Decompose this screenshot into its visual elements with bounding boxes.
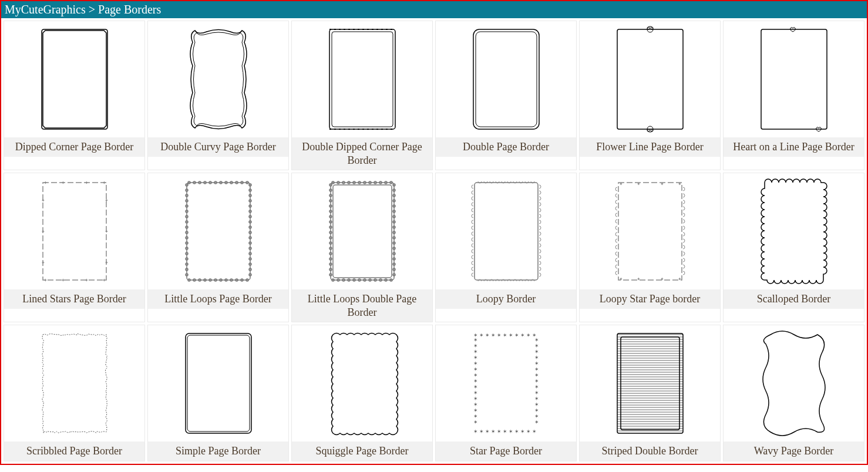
border-label: Flower Line Page Border xyxy=(580,137,720,157)
svg-text:✶: ✶ xyxy=(534,366,539,372)
svg-text:✦: ✦ xyxy=(618,277,623,282)
svg-rect-27 xyxy=(187,183,250,280)
border-thumbnail: ✶✶✶✶✶✶✶✶✶✶✶✶✶✶✶✶✶✶✶✶✶✶✶✶✶✶✶✶✶✶✶✶✶✶✶✶✶✶✶✶… xyxy=(436,325,576,441)
svg-text:✶: ✶ xyxy=(534,413,539,419)
svg-text:✦: ✦ xyxy=(104,229,108,234)
svg-text:✶: ✶ xyxy=(534,407,539,413)
svg-text:✶: ✶ xyxy=(479,332,484,338)
svg-text:✶: ✶ xyxy=(534,402,539,407)
border-label: Star Page Border xyxy=(436,441,576,461)
border-thumbnail: ✦✦✦✦✦✦✦✦ xyxy=(580,173,720,289)
border-thumbnail xyxy=(292,21,432,137)
border-card[interactable]: Scalloped Border xyxy=(723,173,864,322)
border-card[interactable]: Little Loops Double Page Border xyxy=(291,173,433,322)
breadcrumb-home[interactable]: MyCuteGraphics xyxy=(5,3,86,16)
border-label: Double Page Border xyxy=(436,137,576,157)
border-label: Striped Double Border xyxy=(580,441,720,461)
svg-text:✶: ✶ xyxy=(491,332,496,338)
svg-text:✶: ✶ xyxy=(503,332,507,338)
svg-text:✶: ✶ xyxy=(485,429,490,434)
border-thumbnail xyxy=(436,21,576,137)
border-thumbnail xyxy=(724,173,864,289)
svg-text:✶: ✶ xyxy=(532,429,537,434)
svg-rect-31 xyxy=(618,183,682,280)
border-card[interactable]: Double Dipped Corner Page Border xyxy=(291,21,433,170)
svg-rect-94 xyxy=(617,333,683,433)
border-thumbnail xyxy=(148,173,288,289)
svg-text:✦: ✦ xyxy=(41,260,45,265)
svg-text:✶: ✶ xyxy=(473,413,478,419)
svg-text:✶: ✶ xyxy=(534,372,539,378)
svg-text:✶: ✶ xyxy=(473,366,478,372)
svg-rect-1 xyxy=(332,32,393,127)
svg-text:✶: ✶ xyxy=(534,419,539,425)
border-card[interactable]: Dipped Corner Page Border xyxy=(4,21,145,170)
svg-text:✦: ✦ xyxy=(102,180,106,186)
svg-text:✶: ✶ xyxy=(473,419,478,425)
svg-text:✶: ✶ xyxy=(534,360,539,366)
border-card[interactable]: Striped Double Border xyxy=(579,325,721,461)
svg-text:✶: ✶ xyxy=(526,332,531,338)
svg-rect-40 xyxy=(186,333,251,433)
border-thumbnail xyxy=(148,21,288,137)
svg-rect-29 xyxy=(333,185,392,278)
borders-grid: Dipped Corner Page BorderDouble Curvy Pa… xyxy=(1,18,867,464)
svg-rect-3 xyxy=(476,32,537,127)
border-card[interactable]: Flower Line Page Border xyxy=(579,21,721,170)
svg-text:✦: ✦ xyxy=(104,198,108,203)
svg-text:✶: ✶ xyxy=(473,396,478,402)
border-card[interactable]: Double Curvy Page Border xyxy=(147,21,289,170)
border-label: Simple Page Border xyxy=(148,441,288,461)
border-card[interactable]: ✶✶✶✶✶✶✶✶✶✶✶✶✶✶✶✶✶✶✶✶✶✶✶✶✶✶✶✶✶✶✶✶✶✶✶✶✶✶✶✶… xyxy=(435,325,577,461)
border-card[interactable]: ✦✦✦✦✦✦✦✦✦✦✦✦✦✦Lined Stars Page Border xyxy=(4,173,145,322)
svg-text:✦: ✦ xyxy=(660,277,664,282)
svg-text:✶: ✶ xyxy=(473,337,478,343)
border-card[interactable]: Double Page Border xyxy=(435,21,577,170)
border-card[interactable]: Wavy Page Border xyxy=(723,325,864,461)
svg-text:✦: ✦ xyxy=(677,181,681,187)
breadcrumb: MyCuteGraphics > Page Borders xyxy=(1,1,867,18)
border-thumbnail xyxy=(724,21,864,137)
svg-text:✦: ✦ xyxy=(43,278,47,283)
border-card[interactable]: Scribbled Page Border xyxy=(4,325,145,461)
border-card[interactable]: Squiggle Page Border xyxy=(291,325,433,461)
border-card[interactable]: Loopy Border xyxy=(435,173,577,322)
svg-rect-28 xyxy=(331,183,394,280)
svg-text:✶: ✶ xyxy=(520,332,525,338)
svg-text:✶: ✶ xyxy=(473,355,478,360)
svg-rect-2 xyxy=(473,29,539,129)
breadcrumb-current: Page Borders xyxy=(98,3,161,16)
border-thumbnail xyxy=(292,173,432,289)
svg-text:✶: ✶ xyxy=(497,429,502,434)
svg-text:✶: ✶ xyxy=(534,378,539,384)
svg-text:✶: ✶ xyxy=(534,396,539,402)
border-thumbnail xyxy=(436,173,576,289)
svg-rect-11 xyxy=(761,29,827,129)
svg-text:✦: ✦ xyxy=(60,278,65,283)
border-card[interactable]: Heart on a Line Page Border xyxy=(723,21,864,170)
svg-text:✶: ✶ xyxy=(479,429,484,434)
border-label: Heart on a Line Page Border xyxy=(724,137,864,157)
svg-text:✶: ✶ xyxy=(473,378,478,384)
border-label: Little Loops Double Page Border xyxy=(292,289,432,322)
border-card[interactable]: ✦✦✦✦✦✦✦✦Loopy Star Page border xyxy=(579,173,721,322)
svg-text:✦: ✦ xyxy=(43,180,47,186)
svg-text:✶: ✶ xyxy=(473,429,478,434)
border-thumbnail xyxy=(292,325,432,441)
svg-text:✶: ✶ xyxy=(473,384,478,390)
svg-text:✶: ✶ xyxy=(534,337,539,343)
border-card[interactable]: Little Loops Page Border xyxy=(147,173,289,322)
svg-text:✦: ✦ xyxy=(84,180,88,186)
border-label: Scalloped Border xyxy=(724,289,864,309)
border-label: Wavy Page Border xyxy=(724,441,864,461)
border-label: Little Loops Page Border xyxy=(148,289,288,309)
svg-text:✶: ✶ xyxy=(526,429,531,434)
svg-text:✶: ✶ xyxy=(473,390,478,396)
svg-text:✦: ✦ xyxy=(104,260,108,265)
border-card[interactable]: Simple Page Border xyxy=(147,325,289,461)
svg-text:✶: ✶ xyxy=(473,349,478,355)
border-thumbnail: ✦✦✦✦✦✦✦✦✦✦✦✦✦✦ xyxy=(4,173,144,289)
border-label: Double Dipped Corner Page Border xyxy=(292,137,432,170)
svg-text:✦: ✦ xyxy=(677,277,681,282)
svg-text:✶: ✶ xyxy=(534,390,539,396)
